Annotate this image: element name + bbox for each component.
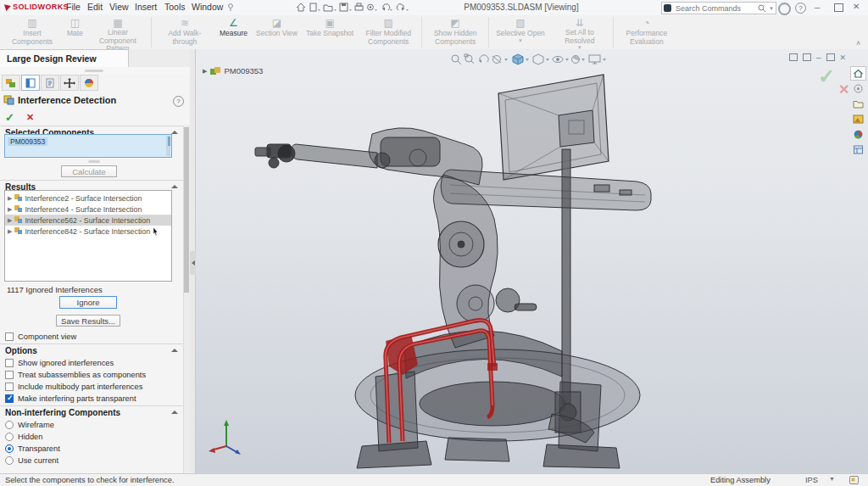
section-view-icon[interactable] <box>492 56 501 64</box>
wireframe-radio[interactable] <box>5 421 14 429</box>
menu-edit[interactable]: Edit <box>87 2 103 12</box>
hidden-radio[interactable] <box>5 433 14 441</box>
zoom-to-fit-icon[interactable] <box>452 55 461 64</box>
viewport-close-button[interactable]: ✕ <box>840 53 847 62</box>
design-library-tab[interactable] <box>850 81 866 96</box>
expand-caret-icon[interactable]: ▶ <box>8 195 12 202</box>
expand-caret-icon[interactable]: ▶ <box>8 228 12 235</box>
panel-collapse-handle[interactable] <box>190 251 196 275</box>
insert-components-button[interactable]: ▥Insert Components <box>2 15 63 49</box>
take-snapshot-button[interactable]: ▣Take Snapshot <box>302 15 358 49</box>
section-view-button[interactable]: ◪Section View <box>252 15 302 49</box>
appearances-tab[interactable] <box>850 127 866 142</box>
search-dropdown-caret[interactable]: ▼ <box>769 6 774 11</box>
tab-feature-manager[interactable] <box>2 75 20 91</box>
show-hidden-components-button[interactable]: ◩Show Hidden Components <box>425 15 486 49</box>
menu-tools[interactable]: Tools <box>164 2 186 12</box>
tag-icon[interactable] <box>849 476 859 484</box>
graphics-viewport[interactable]: ▶ PM009353 <box>196 49 868 473</box>
panel-drag-handle[interactable] <box>85 70 103 72</box>
selected-component-item[interactable]: PM009353 <box>8 137 47 146</box>
edit-appearance-icon[interactable] <box>572 56 580 64</box>
linear-component-pattern-button[interactable]: ▦Linear Component Pattern▾ <box>87 15 148 49</box>
result-item[interactable]: ▶Interference2 - Surface Intersection <box>5 193 171 204</box>
include-multibody-checkbox[interactable] <box>5 383 14 391</box>
redo-icon[interactable] <box>397 4 409 11</box>
units-dropdown-caret[interactable]: ▼ <box>829 476 835 482</box>
expand-caret-icon[interactable]: ▶ <box>8 217 12 224</box>
expand-caret-icon[interactable]: ▶ <box>8 206 12 213</box>
add-walkthrough-button[interactable]: ≋Add Walk-through <box>154 15 215 49</box>
tree-expand-caret[interactable]: ▶ <box>203 68 207 75</box>
cancel-button[interactable]: ✕ <box>26 112 34 123</box>
radio-row[interactable]: Transparent <box>5 444 60 454</box>
custom-properties-tab[interactable] <box>850 142 866 157</box>
option-row[interactable]: Make interfering parts transparent <box>5 394 136 404</box>
result-item[interactable]: ▶Interference842 - Surface Intersection <box>5 226 171 237</box>
tab-configuration-manager[interactable] <box>41 75 59 91</box>
measure-button[interactable]: ∠Measure <box>215 15 252 49</box>
help-icon[interactable]: ? <box>795 3 806 14</box>
viewport-minimize-button[interactable]: – <box>816 53 821 62</box>
previous-view-icon[interactable] <box>479 55 488 63</box>
options-gear-icon[interactable] <box>368 4 377 11</box>
save-results-button[interactable]: Save Results... <box>56 315 120 327</box>
view-orientation-icon[interactable] <box>513 54 523 64</box>
option-row[interactable]: Treat subassemblies as components <box>5 370 146 380</box>
result-item-selected[interactable]: ▶Interference562 - Surface Intersection <box>5 215 171 226</box>
hide-show-items-icon[interactable] <box>553 57 563 63</box>
selected-components-box[interactable]: PM009353 <box>4 134 172 158</box>
pane-split-icon[interactable] <box>803 53 811 61</box>
selective-open-button[interactable]: ▧Selective Open▾ <box>492 15 549 49</box>
menu-window[interactable]: Window <box>192 2 223 12</box>
option-row[interactable]: Include multibody part interferences <box>5 382 142 392</box>
viewport-restore-button[interactable] <box>826 53 835 61</box>
dropdown-caret[interactable]: ▾ <box>519 38 522 43</box>
view-palette-tab[interactable] <box>850 112 866 126</box>
show-ignored-checkbox[interactable] <box>5 359 14 367</box>
component-view-checkbox-row[interactable]: Component view <box>5 332 76 342</box>
radio-row[interactable]: Use current <box>5 455 58 466</box>
menu-file[interactable]: File <box>66 2 81 12</box>
pane-split-icon[interactable] <box>789 53 798 61</box>
set-all-to-resolved-button[interactable]: ⇊Set All to Resolved▾ <box>549 15 610 49</box>
home-icon[interactable] <box>297 3 305 11</box>
tab-large-design-review[interactable]: Large Design Review <box>0 49 129 67</box>
radio-row[interactable]: Hidden <box>5 432 42 442</box>
undo-icon[interactable] <box>382 4 392 11</box>
search-icon[interactable] <box>758 4 766 13</box>
pin-icon[interactable] <box>227 3 234 12</box>
confirmation-ok-icon[interactable]: ✓ <box>818 64 835 88</box>
home-tab[interactable] <box>850 66 866 81</box>
confirmation-cancel-icon[interactable]: ✕ <box>838 81 849 98</box>
tab-display-manager[interactable] <box>80 75 98 91</box>
use-current-radio[interactable] <box>5 456 14 465</box>
zoom-to-area-icon[interactable] <box>465 54 474 64</box>
mate-button[interactable]: ◫Mate <box>63 15 87 49</box>
new-document-icon[interactable] <box>310 3 320 11</box>
file-explorer-tab[interactable] <box>850 97 866 111</box>
result-item[interactable]: ▶Interference4 - Surface Intersection <box>5 204 171 215</box>
feature-tree-root[interactable]: ▶ PM009353 <box>203 66 263 75</box>
section-options[interactable]: Options <box>0 344 183 355</box>
save-icon[interactable] <box>340 3 352 11</box>
menu-view[interactable]: View <box>109 2 129 12</box>
transparent-radio[interactable] <box>5 444 14 453</box>
view-settings-icon[interactable] <box>589 55 600 64</box>
panel-scrollbar-thumb[interactable] <box>184 127 189 293</box>
ignore-button[interactable]: Ignore <box>59 296 117 309</box>
print-icon[interactable] <box>355 3 363 10</box>
radio-row[interactable]: Wireframe <box>5 420 54 430</box>
minimize-button[interactable]: – <box>815 1 820 13</box>
restore-button[interactable] <box>834 3 843 12</box>
performance-evaluation-button[interactable]: ◔Performance Evaluation <box>616 15 677 49</box>
resources-icon[interactable] <box>778 3 791 15</box>
treat-subassemblies-checkbox[interactable] <box>5 371 14 379</box>
search-input[interactable] <box>674 3 755 14</box>
option-row[interactable]: Show ignored interferences <box>5 358 114 368</box>
filter-modified-components-button[interactable]: ▨Filter Modified Components <box>358 15 419 49</box>
units-selector[interactable]: IPS <box>805 476 818 484</box>
display-style-icon[interactable] <box>533 54 543 64</box>
ribbon-collapse-caret[interactable]: ˄ <box>856 39 860 47</box>
open-folder-icon[interactable] <box>324 5 337 11</box>
